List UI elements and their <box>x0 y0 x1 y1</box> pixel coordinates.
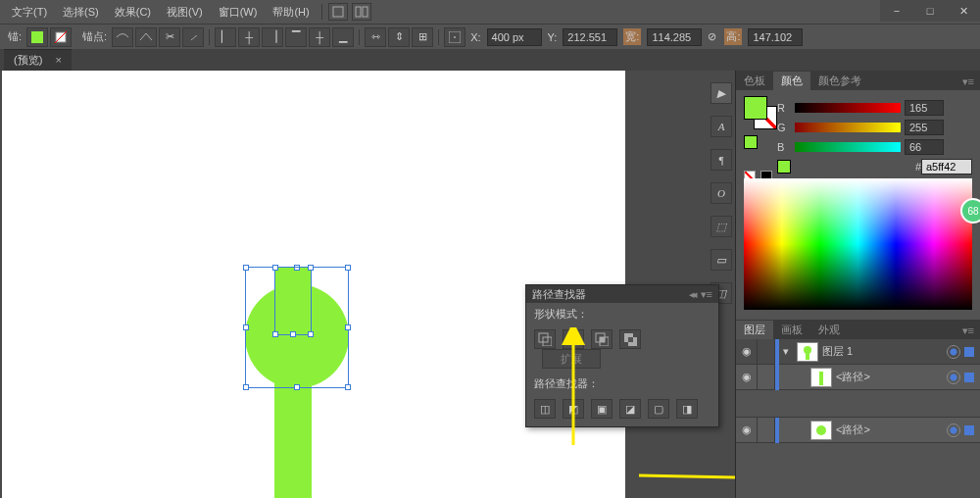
transform-panel-icon[interactable]: ⬚ <box>710 216 732 237</box>
layer-name[interactable]: 图层 1 <box>822 344 943 359</box>
target-icon[interactable] <box>947 423 960 437</box>
layers-panel: ◉ ▾ 图层 1 ◉ <路径> ◉ <路径> <box>736 339 980 498</box>
layer-name[interactable]: <路径> <box>836 423 943 437</box>
expand-dock-icon[interactable]: ▶ <box>710 82 732 104</box>
r-label: R <box>777 102 791 114</box>
g-value[interactable]: 255 <box>905 120 944 135</box>
dist-h-icon[interactable]: ⇿ <box>365 27 386 47</box>
appearance-tab[interactable]: 外观 <box>810 321 848 339</box>
x-field[interactable]: 400 px <box>487 28 542 46</box>
align-hcenter-icon[interactable]: ┼ <box>238 27 260 47</box>
opentype-panel-icon[interactable]: O <box>710 182 732 204</box>
exclude-icon[interactable] <box>619 329 641 349</box>
convert-corner-icon[interactable] <box>135 27 157 47</box>
convert-smooth-icon[interactable] <box>112 27 133 47</box>
trim-icon[interactable]: ◩ <box>563 399 584 419</box>
doc-setup-icon[interactable] <box>328 3 348 21</box>
layer-row[interactable]: ◉ <路径> <box>736 418 980 443</box>
menu-effect[interactable]: 效果(C) <box>107 2 159 23</box>
outline-icon[interactable]: ▢ <box>648 399 669 419</box>
minus-front-icon[interactable] <box>563 329 584 349</box>
intersect-icon[interactable] <box>591 329 612 349</box>
h-field[interactable]: 147.102 <box>748 28 803 46</box>
align-top-icon[interactable]: ▔ <box>285 27 307 47</box>
merge-icon[interactable]: ▣ <box>591 399 612 419</box>
r-value[interactable]: 165 <box>905 100 944 116</box>
target-icon[interactable] <box>947 371 960 384</box>
unite-icon[interactable] <box>534 329 556 349</box>
divide-icon[interactable]: ◫ <box>534 399 556 419</box>
connect-anchor-icon[interactable]: ⟋ <box>182 27 204 47</box>
align-vcenter-icon[interactable]: ┼ <box>309 27 330 47</box>
color-guide-tab[interactable]: 颜色参考 <box>810 72 869 90</box>
svg-rect-17 <box>628 337 633 342</box>
fill-swatch[interactable] <box>744 96 767 120</box>
doc-tab[interactable]: (预览) × <box>4 49 72 71</box>
layer-thumb <box>810 421 832 440</box>
expand-button[interactable]: 扩展 <box>542 349 601 369</box>
panel-menu-icon[interactable]: ▾≡ <box>701 288 712 301</box>
y-label: Y: <box>548 31 558 43</box>
b-value[interactable]: 66 <box>905 139 944 155</box>
dist-spacing-icon[interactable]: ⊞ <box>412 27 433 47</box>
visibility-icon[interactable]: ◉ <box>736 339 758 365</box>
g-slider[interactable] <box>795 123 901 132</box>
lock-icon[interactable] <box>758 339 775 365</box>
menu-select[interactable]: 选择(S) <box>55 2 107 23</box>
anchor-stroke-icon[interactable] <box>50 27 72 47</box>
twisty-icon[interactable]: ▾ <box>779 345 793 358</box>
svg-rect-2 <box>363 7 368 17</box>
layer-row[interactable]: ◉ ▾ 图层 1 <box>736 339 980 365</box>
window-maximize[interactable]: □ <box>913 0 947 22</box>
doc-tab-close[interactable]: × <box>55 54 61 66</box>
crop-icon[interactable]: ◪ <box>619 399 641 419</box>
swatches-tab[interactable]: 色板 <box>736 72 773 90</box>
menu-window[interactable]: 窗口(W) <box>211 2 266 23</box>
window-minimize[interactable]: − <box>880 0 913 22</box>
paragraph-panel-icon[interactable]: ¶ <box>710 149 732 171</box>
layer-row[interactable]: ◉ <路径> <box>736 365 980 390</box>
menu-help[interactable]: 帮助(H) <box>265 2 317 23</box>
character-panel-icon[interactable]: A <box>710 116 732 137</box>
color-spectrum[interactable] <box>744 178 972 310</box>
layers-panel-tabs: 图层 画板 外观 ▾≡ <box>736 320 980 339</box>
align-left-icon[interactable]: ▏ <box>215 27 236 47</box>
minus-back-icon[interactable]: ◨ <box>676 399 698 419</box>
canvas-area[interactable]: 路径查找器 ◂◂ ▾≡ 形状模式： 扩展 路径查找器： ◫ ◩ ▣ ◪ ▢ ◨ <box>0 71 708 498</box>
arrange-icon[interactable] <box>352 3 371 21</box>
align-bottom-icon[interactable]: ▁ <box>332 27 354 47</box>
anchor-fill-icon[interactable] <box>26 27 48 47</box>
hex-field[interactable]: a5ff42 <box>921 159 972 174</box>
fill-mini-swatch[interactable] <box>744 135 758 149</box>
collapse-icon[interactable]: ◂◂ <box>689 288 695 301</box>
layer-name[interactable]: <路径> <box>836 370 943 384</box>
transform-ref-icon[interactable] <box>444 27 466 47</box>
pathfinder-titlebar[interactable]: 路径查找器 ◂◂ ▾≡ <box>526 285 718 303</box>
layer-color-chip[interactable] <box>964 425 974 435</box>
color-tab[interactable]: 颜色 <box>773 72 810 90</box>
menu-view[interactable]: 视图(V) <box>159 2 211 23</box>
panel-menu-icon[interactable]: ▾≡ <box>956 323 980 339</box>
visibility-icon[interactable]: ◉ <box>736 418 758 443</box>
notification-badge[interactable]: 68 <box>960 198 980 224</box>
w-field[interactable]: 114.285 <box>647 28 702 46</box>
layer-color-chip[interactable] <box>964 373 974 382</box>
link-wh-icon[interactable]: ⊘ <box>708 30 716 43</box>
artboards-tab[interactable]: 画板 <box>773 321 810 339</box>
remove-anchor-icon[interactable]: ✂ <box>159 27 180 47</box>
layers-tab[interactable]: 图层 <box>736 321 773 339</box>
pathfinder-panel[interactable]: 路径查找器 ◂◂ ▾≡ 形状模式： 扩展 路径查找器： ◫ ◩ ▣ ◪ ▢ ◨ <box>525 284 719 427</box>
b-slider[interactable] <box>795 142 901 152</box>
layer-color-chip[interactable] <box>964 347 974 357</box>
svg-rect-3 <box>31 31 43 43</box>
r-slider[interactable] <box>795 103 901 113</box>
visibility-icon[interactable]: ◉ <box>736 365 758 390</box>
panel-menu-icon[interactable]: ▾≡ <box>956 74 980 90</box>
target-icon[interactable] <box>947 345 960 359</box>
dist-v-icon[interactable]: ⇕ <box>388 27 410 47</box>
align-right-icon[interactable]: ▕ <box>262 27 283 47</box>
menu-text[interactable]: 文字(T) <box>4 2 55 23</box>
window-close[interactable]: ✕ <box>947 0 980 22</box>
align-panel-icon[interactable]: ▭ <box>710 249 732 271</box>
y-field[interactable]: 212.551 <box>563 28 617 46</box>
